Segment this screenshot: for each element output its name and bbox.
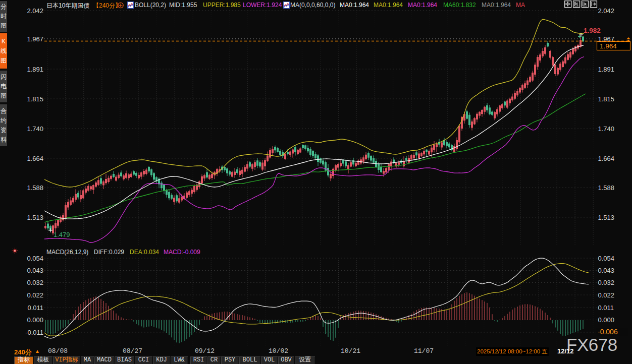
svg-text:1.964: 1.964 xyxy=(600,42,617,50)
svg-text:0.022: 0.022 xyxy=(598,291,615,299)
svg-text:1.588: 1.588 xyxy=(598,184,615,192)
svg-text:1.982: 1.982 xyxy=(584,27,601,34)
svg-text:1.815: 1.815 xyxy=(598,95,615,103)
svg-text:1.891: 1.891 xyxy=(598,66,615,73)
svg-text:0.054: 0.054 xyxy=(598,255,615,262)
svg-text:1.815: 1.815 xyxy=(27,95,43,103)
svg-text:2.042: 2.042 xyxy=(27,7,43,15)
svg-text:0.000: 0.000 xyxy=(598,316,615,324)
svg-text:1.967: 1.967 xyxy=(27,35,43,43)
svg-text:1.513: 1.513 xyxy=(598,214,615,221)
svg-text:1.664: 1.664 xyxy=(598,155,615,162)
svg-text:1.740: 1.740 xyxy=(27,125,43,133)
svg-text:1.740: 1.740 xyxy=(598,125,615,133)
svg-text:0.011: 0.011 xyxy=(27,304,43,312)
svg-text:0.043: 0.043 xyxy=(27,267,43,274)
svg-text:0.000: 0.000 xyxy=(27,316,43,324)
svg-text:1.479: 1.479 xyxy=(54,231,70,238)
svg-text:-0.011: -0.011 xyxy=(25,329,43,336)
svg-text:0.043: 0.043 xyxy=(598,267,615,274)
svg-text:0.054: 0.054 xyxy=(27,255,43,262)
svg-text:2.042: 2.042 xyxy=(598,7,615,15)
svg-text:0.011: 0.011 xyxy=(598,304,614,312)
svg-text:1.664: 1.664 xyxy=(27,155,43,162)
svg-text:1.513: 1.513 xyxy=(27,214,43,221)
svg-text:0.032: 0.032 xyxy=(598,279,615,286)
svg-text:0.022: 0.022 xyxy=(27,291,43,299)
svg-text:1.891: 1.891 xyxy=(27,66,43,73)
svg-text:1.588: 1.588 xyxy=(27,184,43,192)
svg-text:0.032: 0.032 xyxy=(27,279,43,286)
